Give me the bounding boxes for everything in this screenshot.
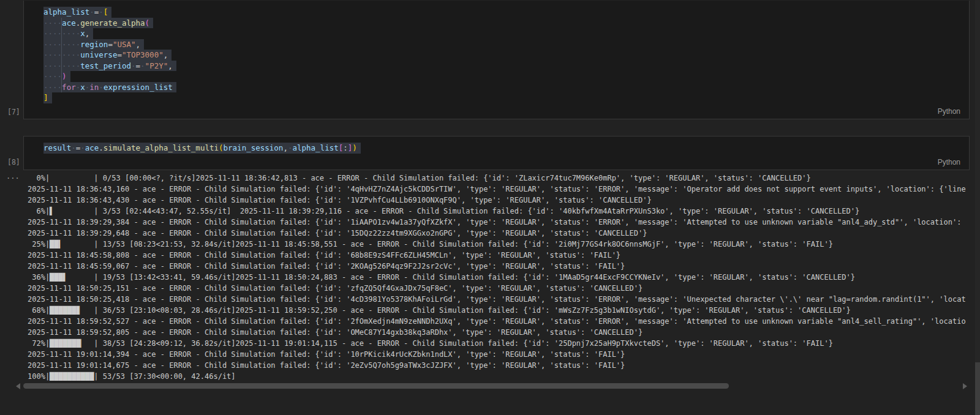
vertical-scrollbar-thumb[interactable] <box>975 362 980 415</box>
code-line: ] <box>43 92 964 103</box>
execution-count-cell-2: [8] <box>7 158 20 166</box>
scroll-right-arrow-icon[interactable] <box>963 383 967 389</box>
execution-count-cell-1: [7] <box>7 108 20 116</box>
code-line: ········region="USA", <box>43 39 964 50</box>
output-log-line: 0%| | 0/53 [00:00<?, ?it/s]2025-11-11 18… <box>0 173 980 184</box>
code-line: ········x, <box>43 28 964 39</box>
output-log-line: 2025-11-11 19:01:14,394 - ace - ERROR - … <box>0 349 980 360</box>
output-log-line: 2025-11-11 18:50:25,418 - ace - ERROR - … <box>0 294 980 305</box>
code-editor-2[interactable]: result·=·ace.simulate_alpha_list_multi(b… <box>43 143 964 154</box>
output-log-line: 2025-11-11 18:45:58,808 - ace - ERROR - … <box>0 250 980 261</box>
output-log-line: 2025-11-11 18:39:29,648 - ace - ERROR - … <box>0 228 980 239</box>
code-cell-1[interactable]: alpha_list·=·[····ace.generate_alpha(···… <box>23 1 970 119</box>
code-cell-2[interactable]: result·=·ace.simulate_alpha_list_multi(b… <box>23 136 970 170</box>
output-log-line: 2025-11-11 18:39:29,384 - ace - ERROR - … <box>0 217 980 228</box>
cell-language-picker-2[interactable]: Python <box>938 158 960 166</box>
output-log: 0%| | 0/53 [00:00<?, ?it/s]2025-11-11 18… <box>0 173 980 382</box>
output-log-line: 2025-11-11 18:36:43,160 - ace - ERROR - … <box>0 184 980 195</box>
code-line: ····ace.generate_alpha( <box>43 18 964 29</box>
indent-guide <box>61 18 62 92</box>
output-log-line: 2025-11-11 19:01:14,675 - ace - ERROR - … <box>0 360 980 371</box>
output-log-line: 68%|██████▊ | 36/53 [23:10<08:03, 28.46s… <box>0 305 980 316</box>
code-line: ····for·x·in·expression_list <box>43 82 964 93</box>
cell-output: 0%| | 0/53 [00:00<?, ?it/s]2025-11-11 18… <box>0 173 980 384</box>
scroll-left-arrow-icon[interactable] <box>16 383 20 389</box>
output-log-line: 2025-11-11 18:59:52,805 - ace - ERROR - … <box>0 327 980 338</box>
vertical-scrollbar-track[interactable] <box>975 0 980 415</box>
output-log-line: 2025-11-11 18:45:59,067 - ace - ERROR - … <box>0 261 980 272</box>
cell-language-picker-1[interactable]: Python <box>938 107 960 116</box>
output-log-line: 25%|██▍ | 13/53 [08:23<21:53, 32.84s/it]… <box>0 239 980 250</box>
code-line: result·=·ace.simulate_alpha_list_multi(b… <box>43 143 964 154</box>
code-line: ········test_period·=·"P2Y", <box>43 61 964 72</box>
code-line: ········universe="TOP3000", <box>43 50 964 61</box>
output-log-line: 6%|▌ | 3/53 [02:44<43:47, 52.55s/it] 202… <box>0 206 980 217</box>
output-log-line: 100%|██████████| 53/53 [37:30<00:00, 42.… <box>0 371 980 382</box>
horizontal-scrollbar-thumb[interactable] <box>23 383 729 389</box>
output-log-line: 2025-11-11 18:59:52,527 - ace - ERROR - … <box>0 316 980 327</box>
code-line: ····) <box>43 71 964 82</box>
code-line: alpha_list·=·[ <box>43 7 964 18</box>
output-log-line: 72%|███████▏ | 38/53 [24:28<09:12, 36.82… <box>0 338 980 349</box>
output-log-line: 2025-11-11 18:50:25,151 - ace - ERROR - … <box>0 283 980 294</box>
output-log-line: 2025-11-11 18:36:43,430 - ace - ERROR - … <box>0 195 980 206</box>
code-editor-1[interactable]: alpha_list·=·[····ace.generate_alpha(···… <box>43 7 964 103</box>
output-log-line: 36%|███▌ | 19/53 [13:42<33:41, 59.46s/it… <box>0 272 980 283</box>
